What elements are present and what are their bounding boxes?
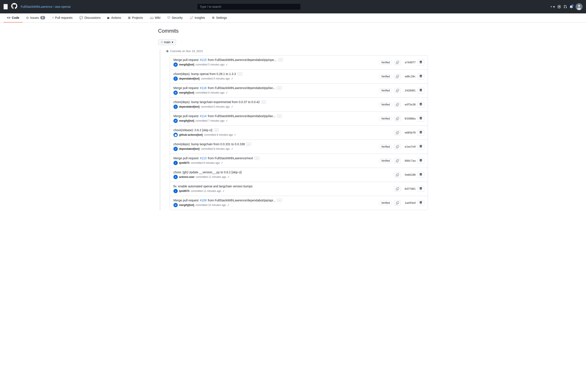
commit-author-link[interactable]: mergify[bot] — [179, 63, 194, 66]
notifications-button[interactable] — [569, 5, 573, 8]
copy-hash-button[interactable] — [394, 144, 401, 149]
browse-files-button[interactable] — [417, 102, 424, 108]
commit-author-link[interactable]: mergify[bot] — [179, 91, 194, 94]
copy-hash-button[interactable] — [394, 74, 401, 79]
nav-pull-requests[interactable]: ⑂ Pull requests — [49, 14, 76, 22]
copy-hash-button[interactable] — [394, 186, 401, 192]
commit-author-link[interactable]: lpm0073 — [179, 190, 189, 192]
commit-more-button[interactable]: ··· — [277, 86, 282, 90]
browse-files-button[interactable] — [417, 186, 424, 192]
commit-title-suffix: from FullStackWithLawrence/dependabot/pi… — [208, 58, 277, 62]
nav-projects[interactable]: ⊞ Projects — [125, 14, 146, 22]
commit-meta: Ddependabot[bot]committed 6 minutes ago✓ — [173, 104, 379, 109]
commit-pr-link[interactable]: #115 — [200, 58, 207, 62]
commits-date-label: Commits on Nov 19, 2023 — [170, 50, 203, 53]
commit-pr-link[interactable]: #109 — [200, 198, 207, 202]
commit-item: Merge pull request #116 from FullStackWi… — [170, 84, 428, 98]
commit-author-link[interactable]: dependabot[bot] — [179, 148, 200, 150]
commit-more-button[interactable]: ··· — [277, 114, 282, 118]
pull-requests-button[interactable] — [563, 5, 567, 8]
copy-hash-button[interactable] — [394, 158, 401, 163]
nav-actions[interactable]: ▶ Actions — [104, 14, 125, 22]
copy-hash-button[interactable] — [394, 88, 401, 93]
verified-badge: Verified — [379, 88, 392, 93]
header-actions: + ▾ — [550, 3, 582, 10]
repo-name-link[interactable]: aws-openai — [55, 5, 71, 8]
commit-more-button[interactable]: ··· — [214, 128, 219, 132]
plus-button[interactable]: + ▾ — [550, 5, 555, 9]
nav-issues[interactable]: ⊙ Issues 5 — [23, 14, 49, 22]
browse-files-button[interactable] — [417, 130, 424, 136]
nav-insights[interactable]: 📈 Insights — [186, 14, 208, 22]
commit-item: chore(deps): bump langchain-experimental… — [170, 98, 428, 112]
commit-author-link[interactable]: dependabot[bot] — [179, 105, 200, 108]
browse-files-button[interactable] — [417, 116, 424, 122]
commit-time: committed 6 minutes ago — [201, 77, 230, 80]
nav-actions-label: Actions — [111, 16, 121, 20]
commit-item: chore(deps): bump langchain from 0.0.331… — [170, 140, 428, 154]
commit-more-button[interactable]: ··· — [261, 100, 266, 104]
commit-title-text: chore(deps): bump langchain from 0.0.331… — [173, 142, 245, 146]
commit-pr-link[interactable]: #116 — [200, 86, 207, 90]
hamburger-button[interactable]: ☰ — [4, 4, 8, 10]
commit-author-link[interactable]: mergify[bot] — [179, 204, 194, 206]
commit-more-button[interactable]: ··· — [237, 72, 242, 76]
browse-files-button[interactable] — [417, 172, 424, 178]
github-logo[interactable] — [11, 3, 17, 10]
commit-item: chore(deps): bump openai from 0.28.1 to … — [170, 70, 428, 84]
copy-hash-button[interactable] — [394, 60, 401, 65]
commit-author-avatar: M — [173, 90, 178, 95]
branch-selector[interactable]: ⑂ main ▾ — [158, 39, 176, 45]
commit-more-button[interactable]: ··· — [254, 156, 259, 160]
repo-owner-link[interactable]: FullStackWithLawrence — [21, 5, 52, 8]
commit-author-link[interactable]: actions-user — [179, 176, 194, 178]
commit-author-link[interactable]: mergify[bot] — [179, 119, 194, 122]
commit-pr-link[interactable]: #114 — [200, 114, 207, 118]
header: ☰ FullStackWithLawrence / aws-openai + ▾ — [0, 0, 586, 14]
nav-code[interactable]: <> Code — [4, 14, 23, 22]
avatar[interactable] — [576, 3, 582, 10]
browse-files-button[interactable] — [417, 88, 424, 94]
commit-item: Merge pull request #113 from FullStackWi… — [170, 154, 428, 168]
commit-meta: Mmergify[bot]committed 7 minutes ago✓ — [173, 119, 379, 123]
plus-icon: + — [550, 5, 552, 9]
notification-dot — [571, 4, 573, 7]
browse-files-button[interactable] — [417, 74, 424, 80]
nav-wiki[interactable]: 📖 Wiki — [146, 14, 164, 22]
copy-hash-button[interactable] — [394, 172, 401, 178]
copy-hash-button[interactable] — [394, 116, 401, 121]
nav-discussions[interactable]: 💬 Discussions — [76, 14, 104, 22]
commit-author-avatar: D — [173, 147, 178, 151]
commit-more-button[interactable]: ··· — [246, 142, 251, 146]
browse-files-button[interactable] — [417, 200, 424, 206]
insights-icon: 📈 — [190, 16, 193, 20]
browse-files-button[interactable] — [417, 144, 424, 150]
search-input[interactable] — [197, 4, 301, 10]
nav-settings[interactable]: ⚙ Settings — [208, 14, 231, 22]
commit-left: Merge pull request #109 from FullStackWi… — [173, 198, 379, 207]
browse-files-button[interactable] — [417, 60, 424, 66]
commit-item: Merge pull request #115 from FullStackWi… — [170, 56, 428, 70]
commit-author-link[interactable]: lpm0073 — [179, 162, 189, 164]
commit-title: chore(deps): bump langchain from 0.0.331… — [173, 142, 379, 146]
commit-right: Verified2428d81 — [379, 88, 424, 94]
commit-time: committed 8 minutes ago — [201, 148, 230, 150]
commit-author-link[interactable]: github-actions[bot] — [179, 133, 203, 136]
copy-hash-button[interactable] — [394, 102, 401, 107]
copy-hash-button[interactable] — [394, 200, 401, 206]
commit-author-link[interactable]: dependabot[bot] — [179, 77, 200, 80]
nav-wiki-label: Wiki — [155, 16, 161, 20]
commit-more-button[interactable]: ··· — [277, 198, 282, 202]
commit-title-suffix: from FullStackWithLawrence/dependabot/pi… — [208, 86, 275, 90]
nav-security[interactable]: 🛡 Security — [164, 14, 186, 22]
commit-more-button[interactable]: ··· — [278, 58, 283, 62]
issues-button[interactable] — [557, 5, 561, 8]
copy-hash-button[interactable] — [394, 130, 401, 135]
commit-right: Verifieda74d9f7 — [379, 60, 424, 66]
browse-files-button[interactable] — [417, 158, 424, 164]
repo-nav: <> Code ⊙ Issues 5 ⑂ Pull requests 💬 Dis… — [0, 14, 586, 23]
commit-right: 5eb6100 — [394, 172, 424, 178]
commit-check-icon: ✓ — [226, 63, 228, 66]
commit-pr-link[interactable]: #113 — [200, 156, 207, 160]
commit-meta: Aactions-usercommitted 11 minutes ago✓ — [173, 175, 394, 179]
